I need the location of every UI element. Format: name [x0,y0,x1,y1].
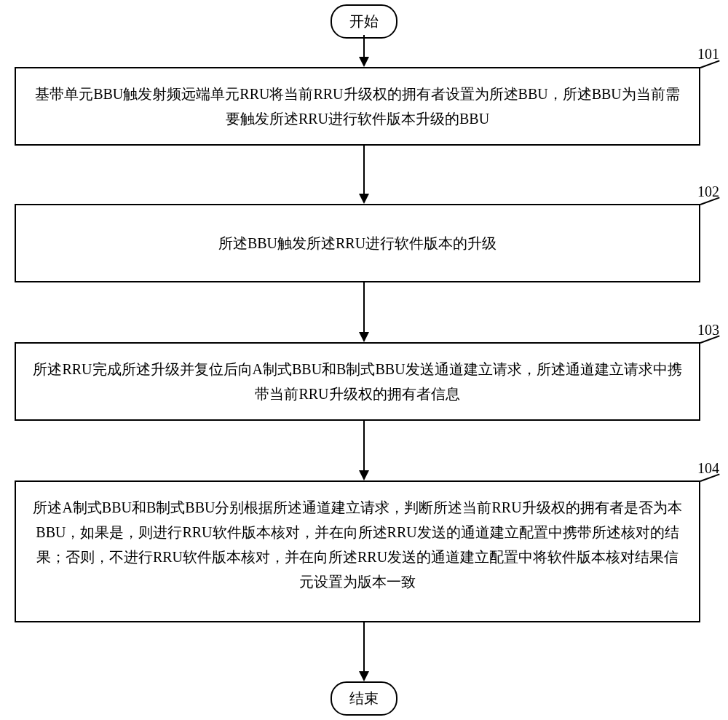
arrow-line [363,622,365,673]
process-step-101: 基带单元BBU触发射频远端单元RRU将当前RRU升级权的拥有者设置为所述BBU，… [15,67,700,146]
step-text: 所述A制式BBU和B制式BBU分别根据所述通道建立请求，判断所述当前RRU升级权… [33,499,681,590]
arrow-line [363,35,365,58]
step-text: 所述BBU触发所述RRU进行软件版本的升级 [218,231,496,256]
process-step-104: 所述A制式BBU和B制式BBU分别根据所述通道建立请求，判断所述当前RRU升级权… [15,480,700,622]
step-text: 基带单元BBU触发射频远端单元RRU将当前RRU升级权的拥有者设置为所述BBU，… [35,86,680,127]
arrow-head-icon [359,57,369,67]
end-label: 结束 [349,690,379,706]
arrow-head-icon [359,194,369,204]
arrow-head-icon [359,332,369,342]
step-text: 所述RRU完成所述升级并复位后向A制式BBU和B制式BBU发送通道建立请求，所述… [33,361,681,402]
start-label: 开始 [349,13,379,29]
end-terminal: 结束 [331,681,397,716]
step-ref-101: 101 [697,46,719,63]
process-step-102: 所述BBU触发所述RRU进行软件版本的升级 [15,204,700,282]
start-terminal: 开始 [331,4,397,39]
arrow-line [363,146,365,195]
arrow-head-icon [359,671,369,681]
arrow-line [363,282,365,333]
flowchart-container: 开始 101 基带单元BBU触发射频远端单元RRU将当前RRU升级权的拥有者设置… [0,0,728,720]
arrow-line [363,421,365,472]
process-step-103: 所述RRU完成所述升级并复位后向A制式BBU和B制式BBU发送通道建立请求，所述… [15,342,700,421]
arrow-head-icon [359,470,369,480]
